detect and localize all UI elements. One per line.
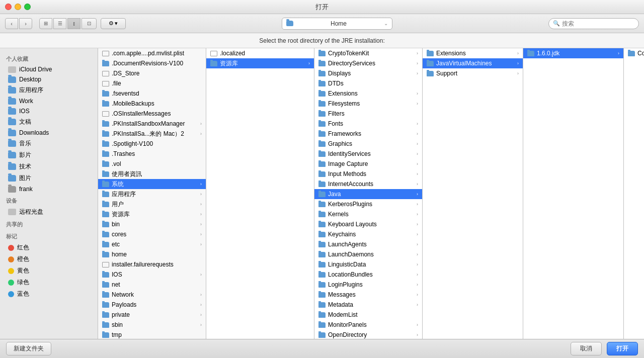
file-item[interactable]: LaunchAgents› [314,239,422,249]
new-folder-button[interactable]: 新建文件夹 [6,342,51,355]
action-button[interactable]: ⚙ ▾ [101,18,126,29]
icon-view-button[interactable]: ⊞ [39,18,52,29]
file-item[interactable]: home [98,249,206,259]
file-item[interactable]: .MobileBackups [98,99,206,109]
sidebar-item-tag-yellow[interactable]: 黄色 [2,265,96,277]
file-item[interactable]: Con [624,48,644,58]
file-item[interactable]: 应用程序› [98,189,206,199]
file-item[interactable]: KerberosPlugins› [314,199,422,209]
file-item[interactable]: Input Methods› [314,169,422,179]
file-item[interactable]: LinguisticData› [314,259,422,270]
file-item[interactable]: Extensions› [314,88,422,99]
file-item[interactable]: Payloads› [98,300,206,310]
file-item[interactable]: JavaVirtualMachines› [423,58,523,68]
file-item[interactable]: Support› [423,68,523,78]
file-item[interactable]: Keyboard Layouts› [314,219,422,229]
minimize-button[interactable] [15,4,21,10]
back-button[interactable]: ‹ [5,18,18,29]
file-item[interactable]: 1.6.0.jdk› [523,48,623,58]
file-item[interactable]: .file [98,78,206,88]
file-item[interactable]: Filters [314,109,422,119]
close-button[interactable] [5,4,12,10]
sidebar-item-photos[interactable]: 图片 [2,172,96,184]
forward-button[interactable]: › [19,18,32,29]
file-item[interactable]: OpenDirectory› [314,330,422,339]
sidebar-item-desktop[interactable]: Desktop [2,74,96,84]
maximize-button[interactable] [24,4,31,10]
file-item[interactable]: Keychains› [314,229,422,239]
sidebar-item-apps[interactable]: 应用程序 [2,84,96,96]
file-arrow-icon: › [417,232,418,237]
file-item[interactable]: Network› [98,290,206,300]
file-item[interactable]: .OSInstallerMessages [98,109,206,119]
file-item[interactable]: LaunchDaemons› [314,249,422,259]
list-view-button[interactable]: ☰ [53,18,66,29]
sidebar-item-ios[interactable]: IOS [2,106,96,116]
file-item[interactable]: MonitorPanels› [314,320,422,330]
sidebar-item-tag-blue[interactable]: 蓝色 [2,288,96,300]
open-button[interactable]: 打开 [607,342,638,355]
file-item[interactable]: .DocumentRevisions-V100 [98,58,206,68]
file-item[interactable]: bin› [98,219,206,229]
file-item[interactable]: Extensions› [423,48,523,58]
file-item[interactable]: DTDs [314,78,422,88]
file-item[interactable]: InternetAccounts› [314,179,422,189]
sidebar-item-music[interactable]: 音乐 [2,138,96,149]
file-item[interactable]: 用户› [98,199,206,209]
file-item[interactable]: .PKInstallSa...来的 Mac）2› [98,129,206,139]
file-item[interactable]: Metadata› [314,300,422,310]
file-item[interactable]: Graphics› [314,139,422,149]
file-item[interactable]: .DS_Store [98,68,206,78]
file-item[interactable]: Displays› [314,68,422,78]
file-item[interactable]: LocationBundles› [314,270,422,280]
file-item[interactable]: Filesystems› [314,99,422,109]
coverflow-view-button[interactable]: ⊡ [82,18,97,29]
file-item[interactable]: .com.apple....pd.mvlist.plist [98,48,206,58]
file-item[interactable]: .fseventsd [98,88,206,99]
file-item[interactable]: ModemList [314,310,422,320]
file-item[interactable]: Frameworks› [314,129,422,139]
cancel-button[interactable]: 取消 [571,342,602,355]
file-item[interactable]: .Spotlight-V100 [98,139,206,149]
file-item[interactable]: etc› [98,239,206,249]
file-item[interactable]: .localized [206,48,314,58]
file-item[interactable]: 使用者資訊 [98,169,206,179]
file-item[interactable]: .vol [98,159,206,169]
sidebar-item-tag-orange[interactable]: 橙色 [2,253,96,265]
file-item[interactable]: installer.failurerequests [98,259,206,270]
sidebar-item-downloads[interactable]: Downloads [2,128,96,138]
sidebar-item-tag-red[interactable]: 红色 [2,242,96,253]
file-item[interactable]: IdentityServices› [314,149,422,159]
file-item[interactable]: net [98,280,206,290]
sidebar-item-work[interactable]: Work [2,96,96,106]
file-item[interactable]: CryptoTokenKit› [314,48,422,58]
sidebar-item-tag-green[interactable]: 绿色 [2,277,96,288]
sidebar-item-frank[interactable]: frank [2,184,96,194]
file-item[interactable]: Kernels› [314,209,422,219]
column-view-button[interactable]: ⫿ [67,18,80,29]
path-bar[interactable]: Home ⌄ [282,18,392,30]
sidebar-item-tech[interactable]: 技术 [2,161,96,172]
search-input[interactable] [562,20,634,27]
file-item[interactable]: Image Capture› [314,159,422,169]
file-item[interactable]: Messages› [314,290,422,300]
file-item[interactable]: Java› [314,189,422,199]
file-item[interactable]: LoginPlugins› [314,280,422,290]
file-item[interactable]: DirectoryServices› [314,58,422,68]
file-item[interactable]: .PKInstallSandboxManager› [98,119,206,129]
sidebar-item-remote-disk[interactable]: 远程光盘 [2,206,96,218]
file-item[interactable]: .Trashes [98,149,206,159]
search-bar[interactable]: 🔍 [548,18,639,29]
file-item[interactable]: Fonts› [314,119,422,129]
file-item[interactable]: private› [98,310,206,320]
file-item[interactable]: sbin› [98,320,206,330]
sidebar-item-movies[interactable]: 影片 [2,149,96,161]
file-item[interactable]: 资源库› [206,58,314,68]
file-item[interactable]: 系统› [98,179,206,189]
file-item[interactable]: 资源库› [98,209,206,219]
file-item[interactable]: tmp [98,330,206,339]
file-item[interactable]: IOS› [98,270,206,280]
file-item[interactable]: cores› [98,229,206,239]
sidebar-item-icloud[interactable]: iCloud Drive [2,64,96,74]
sidebar-item-docs[interactable]: 文稿 [2,116,96,128]
